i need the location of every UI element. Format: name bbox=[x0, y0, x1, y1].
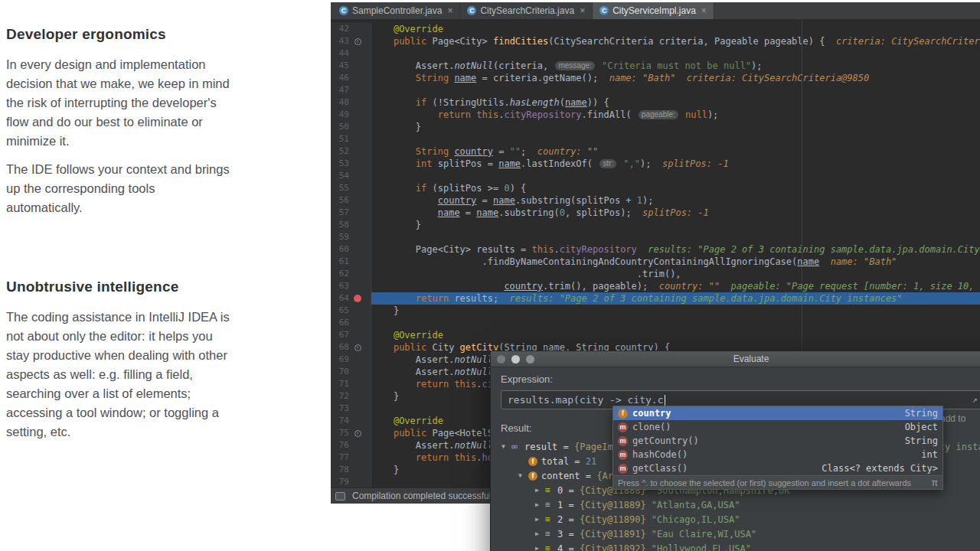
editor-tab[interactable]: CSampleController.java× bbox=[332, 2, 460, 19]
tree-row[interactable]: ▶≡4 = {City@11892} "Hollywood,FL,USA" bbox=[501, 541, 980, 551]
code-line[interactable]: 67 @Override bbox=[331, 329, 980, 341]
gutter: 65 bbox=[331, 305, 371, 317]
line-number: 53 bbox=[331, 158, 351, 170]
completion-item[interactable]: mclone()Object bbox=[613, 420, 942, 434]
code-line[interactable]: 63 country.trim(), pageable); country: "… bbox=[331, 280, 980, 292]
completion-type: String bbox=[905, 408, 938, 419]
code-line[interactable]: 65 } bbox=[331, 305, 980, 317]
chevron-down-icon[interactable]: ▼ bbox=[501, 443, 511, 450]
tool-window-toggle-icon[interactable] bbox=[335, 492, 345, 500]
gutter: 77 bbox=[331, 452, 371, 464]
line-number: 57 bbox=[331, 207, 351, 219]
editor-tab[interactable]: CCitySearchCriteria.java× bbox=[460, 2, 593, 19]
chevron-right-icon[interactable]: ▶ bbox=[535, 545, 545, 551]
code-line[interactable]: 43↑ public Page<City> findCities(CitySea… bbox=[331, 35, 980, 47]
expand-editor-icon[interactable]: ↗ bbox=[972, 394, 978, 405]
code-line[interactable]: 50 } bbox=[331, 121, 980, 133]
breakpoint-icon[interactable] bbox=[354, 295, 361, 302]
gutter-icon-slot bbox=[351, 390, 364, 403]
editor-tab[interactable]: CCityServiceImpl.java× bbox=[593, 2, 714, 19]
code-text: @Override bbox=[371, 23, 980, 35]
completion-item[interactable]: mgetCountry()String bbox=[613, 434, 942, 448]
code-line[interactable]: 53 int splitPos = name.lastIndexOf( str:… bbox=[331, 158, 980, 170]
tree-name: 1 = bbox=[557, 500, 580, 510]
code-line[interactable]: 51 bbox=[331, 133, 980, 145]
code-line[interactable]: 56 country = name.substring(splitPos + 1… bbox=[331, 194, 980, 207]
completion-footer: Press ^. to choose the selected (or firs… bbox=[613, 475, 942, 489]
code-text bbox=[371, 170, 980, 182]
code-line[interactable]: 46 String name = criteria.getName(); nam… bbox=[331, 72, 980, 84]
code-line[interactable]: 62 .trim(), bbox=[331, 268, 980, 280]
completion-item[interactable]: mhashCode()int bbox=[613, 448, 942, 461]
gutter: 48 bbox=[331, 96, 371, 109]
code-line[interactable]: 57 name = name.substring(0, splitPos); s… bbox=[331, 207, 980, 219]
editor-tab-bar: CSampleController.java×CCitySearchCriter… bbox=[331, 2, 980, 19]
code-line[interactable]: 66 bbox=[331, 317, 980, 329]
gutter-icon-slot bbox=[351, 305, 364, 317]
gutter-icon-slot bbox=[351, 23, 364, 35]
completion-item[interactable]: mgetClass()Class<? extends City> bbox=[613, 461, 942, 475]
line-number: 75 bbox=[331, 427, 351, 439]
tree-value-ref: {City@11891} bbox=[580, 529, 652, 540]
code-line[interactable]: 58 } bbox=[331, 219, 980, 231]
code-text: if (!StringUtils.hasLength(name)) { bbox=[371, 96, 980, 109]
gutter-icon-slot bbox=[351, 280, 364, 292]
section-heading: Unobtrusive intelligence bbox=[6, 279, 233, 295]
gutter-icon-slot bbox=[351, 158, 364, 170]
gutter: 70 bbox=[331, 366, 371, 378]
completion-name: country bbox=[632, 408, 899, 419]
override-method-icon[interactable]: ↑ bbox=[354, 38, 361, 45]
close-tab-icon[interactable]: × bbox=[447, 6, 452, 15]
code-line[interactable]: 52 String country = ""; country: "" bbox=[331, 145, 980, 158]
line-number: 63 bbox=[331, 280, 351, 292]
chevron-right-icon[interactable]: ▶ bbox=[535, 516, 545, 523]
completion-name: getClass() bbox=[632, 463, 815, 474]
chevron-right-icon[interactable]: ▶ bbox=[535, 487, 545, 494]
code-line[interactable]: 45 Assert.notNull(criteria, message: "Cr… bbox=[331, 60, 980, 72]
completion-item[interactable]: fcountryString bbox=[613, 406, 942, 420]
tree-value-ref: {City@11890} bbox=[580, 514, 652, 525]
line-number: 43 bbox=[331, 35, 351, 47]
array-item-icon: ≡ bbox=[545, 485, 557, 495]
tab-label: SampleController.java bbox=[352, 5, 442, 16]
chevron-right-icon[interactable]: ▶ bbox=[535, 501, 545, 508]
code-line[interactable]: 64 return results; results: "Page 2 of 3… bbox=[331, 292, 980, 305]
tree-row[interactable]: ▶≡1 = {City@11889} "Atlanta,GA,USA" bbox=[501, 497, 980, 512]
field-icon: f bbox=[618, 409, 628, 419]
gutter-icon-slot bbox=[351, 366, 364, 378]
gutter: 56 bbox=[331, 194, 371, 207]
code-line[interactable]: 54 bbox=[331, 170, 980, 182]
chevron-down-icon[interactable]: ▼ bbox=[518, 472, 528, 479]
code-line[interactable]: 59 bbox=[331, 231, 980, 243]
gutter-icon-slot bbox=[351, 476, 364, 487]
dialog-title-bar[interactable]: Evaluate bbox=[491, 351, 980, 367]
code-line[interactable]: 47 bbox=[331, 84, 980, 96]
tree-name: result = bbox=[524, 442, 574, 452]
tree-row[interactable]: ▶≡3 = {City@11891} "Eau Claire,WI,USA" bbox=[501, 527, 980, 541]
sort-alphabetically-icon[interactable]: π bbox=[932, 478, 938, 488]
line-number: 61 bbox=[331, 256, 351, 268]
gutter-icon-slot bbox=[351, 170, 364, 182]
override-method-icon[interactable]: ↑ bbox=[354, 344, 361, 351]
code-line[interactable]: 60 Page<City> results = this.cityReposit… bbox=[331, 243, 980, 256]
line-number: 67 bbox=[331, 329, 351, 341]
code-line[interactable]: 55 if (splitPos >= 0) { bbox=[331, 182, 980, 194]
override-method-icon[interactable]: ↑ bbox=[354, 430, 361, 437]
gutter: 66 bbox=[331, 317, 371, 329]
completion-name: clone() bbox=[632, 422, 899, 432]
code-line[interactable]: 44 bbox=[331, 47, 980, 60]
code-line[interactable]: 42 @Override bbox=[331, 23, 980, 35]
gutter: 76 bbox=[331, 439, 371, 452]
gutter: 64 bbox=[331, 292, 371, 305]
gutter-icon-slot bbox=[351, 439, 364, 452]
expression-label: Expression: bbox=[501, 373, 980, 385]
close-tab-icon[interactable]: × bbox=[701, 6, 707, 15]
tree-row[interactable]: ▶≡2 = {City@11890} "Chicago,IL,USA" bbox=[501, 512, 980, 527]
code-line[interactable]: 49 return this.cityRepository.findAll( p… bbox=[331, 109, 980, 121]
chevron-right-icon[interactable]: ▶ bbox=[535, 530, 545, 537]
close-tab-icon[interactable]: × bbox=[580, 6, 585, 15]
gutter: 44 bbox=[331, 47, 371, 60]
code-line[interactable]: 48 if (!StringUtils.hasLength(name)) { bbox=[331, 96, 980, 109]
tree-name: 4 = bbox=[557, 543, 580, 551]
code-line[interactable]: 61 .findByNameContainingAndCountryContai… bbox=[331, 256, 980, 268]
